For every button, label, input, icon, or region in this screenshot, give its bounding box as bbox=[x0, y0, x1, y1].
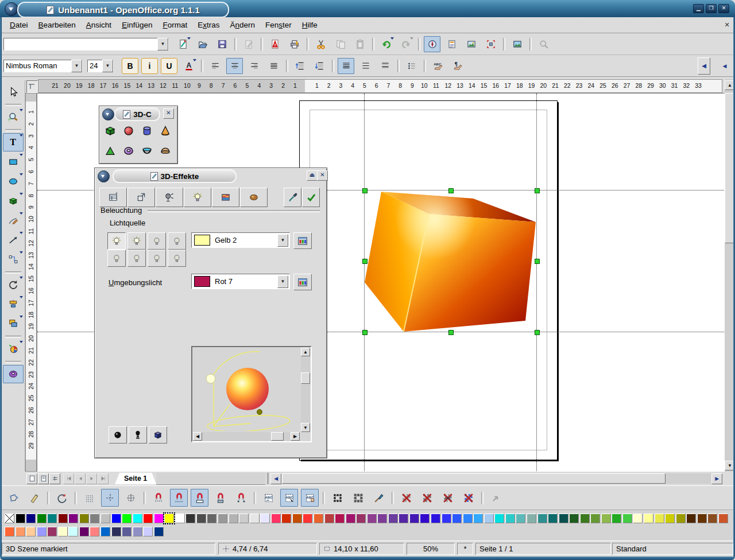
justify-button[interactable] bbox=[265, 58, 282, 74]
color-swatch-1-63[interactable] bbox=[676, 514, 686, 523]
color-swatch-1-61[interactable] bbox=[655, 514, 664, 523]
effects-rotate-button[interactable] bbox=[3, 275, 24, 294]
color-swatch-1-57[interactable] bbox=[612, 514, 621, 523]
horizontal-ruler[interactable]: 2120191817161514131211109876543211234567… bbox=[38, 79, 722, 93]
color-swatch-1-43[interactable] bbox=[463, 514, 473, 523]
color-swatch-1-26[interactable] bbox=[281, 514, 291, 523]
color-swatch-1-5[interactable] bbox=[58, 514, 68, 523]
material-button[interactable] bbox=[240, 188, 268, 207]
menu-extras[interactable]: Extras bbox=[192, 17, 225, 33]
status-size[interactable]: 14,10 x 11,60 bbox=[319, 543, 404, 555]
modify-text-button[interactable]: ABC bbox=[439, 489, 457, 507]
alignment-button[interactable] bbox=[3, 295, 24, 313]
color-swatch-2-10[interactable] bbox=[111, 527, 121, 536]
zoom-button[interactable] bbox=[482, 36, 499, 52]
light-source-6-button[interactable] bbox=[127, 250, 146, 267]
color-swatch-1-28[interactable] bbox=[303, 514, 312, 523]
3d-controller-button[interactable] bbox=[3, 365, 24, 383]
menu-hilfe[interactable]: Hilfe bbox=[297, 17, 323, 33]
color-swatch-1-30[interactable] bbox=[324, 514, 334, 523]
status-style[interactable]: Standard bbox=[612, 543, 733, 555]
preview-cube-button[interactable] bbox=[149, 426, 167, 444]
status-position[interactable]: 4,74 / 6,74 bbox=[218, 543, 317, 555]
color-swatch-1-20[interactable] bbox=[218, 514, 227, 523]
page-tab-seite-1[interactable]: Seite 1 bbox=[115, 473, 156, 484]
print-file-button[interactable] bbox=[286, 36, 303, 52]
light-source-8-button[interactable] bbox=[168, 250, 186, 267]
rotation-mode-button[interactable] bbox=[53, 489, 71, 507]
color-swatch-1-19[interactable] bbox=[207, 514, 216, 523]
selection-handle[interactable] bbox=[535, 259, 540, 264]
horizontal-scroll-thumb[interactable] bbox=[282, 473, 666, 484]
vertical-ruler[interactable]: 1234567891011121314151617181920212223242… bbox=[25, 93, 37, 472]
color-swatch-2-7[interactable] bbox=[79, 527, 89, 536]
create-with-attributes-button[interactable] bbox=[370, 489, 388, 507]
menu-ansicht[interactable]: Ansicht bbox=[81, 17, 117, 33]
color-swatch-1-48[interactable] bbox=[516, 514, 525, 523]
snap-to-object-points-button[interactable] bbox=[232, 489, 250, 507]
color-swatch-1-54[interactable] bbox=[580, 514, 590, 523]
character-dialog-button[interactable]: ABC bbox=[430, 58, 446, 74]
color-swatch-1-55[interactable] bbox=[590, 514, 600, 523]
color-swatch-1-21[interactable] bbox=[229, 514, 238, 523]
color-swatch-2-8[interactable] bbox=[90, 527, 99, 536]
color-swatch-1-47[interactable] bbox=[505, 514, 515, 523]
color-swatch-1-33[interactable] bbox=[356, 514, 366, 523]
rectangle-tool-button[interactable] bbox=[3, 153, 24, 171]
color-swatch-1-35[interactable] bbox=[377, 514, 387, 523]
minimize-button[interactable]: ▁ bbox=[693, 4, 704, 13]
scroll-right-icon[interactable]: ▶ bbox=[711, 473, 722, 484]
preview-lamp-button[interactable] bbox=[129, 426, 147, 444]
toolbar-scroll-left-button[interactable]: ◀ bbox=[698, 57, 710, 75]
stylist-button[interactable] bbox=[443, 36, 460, 52]
3d-pyramid-button[interactable] bbox=[101, 141, 119, 161]
light-source-5-button[interactable] bbox=[107, 250, 126, 267]
zoom-tool-button[interactable] bbox=[3, 108, 24, 126]
ruler-origin-box[interactable] bbox=[26, 80, 38, 93]
ambient-color-dropdown-icon[interactable]: ▼ bbox=[277, 275, 288, 288]
toolbar-edge-arrow-icon[interactable]: ◀ bbox=[719, 57, 730, 75]
color-swatch-2-6[interactable] bbox=[68, 527, 78, 536]
first-page-icon[interactable] bbox=[63, 473, 74, 484]
apply-button[interactable] bbox=[302, 188, 320, 207]
light-color-dropdown-icon[interactable]: ▼ bbox=[277, 234, 288, 247]
navigator-button[interactable] bbox=[424, 36, 440, 52]
color-swatch-1-45[interactable] bbox=[484, 514, 494, 523]
dialog-menu-button[interactable] bbox=[98, 170, 110, 182]
illumination-button[interactable] bbox=[184, 188, 211, 207]
ambient-color-dialog-button[interactable] bbox=[293, 274, 312, 290]
color-swatch-1-58[interactable] bbox=[622, 514, 632, 523]
color-swatch-2-12[interactable] bbox=[133, 527, 142, 536]
color-swatch-2-11[interactable] bbox=[122, 527, 131, 536]
connector-tool-button[interactable] bbox=[3, 250, 24, 269]
maximize-button[interactable]: ❐ bbox=[706, 4, 717, 13]
color-swatch-1-59[interactable] bbox=[633, 514, 643, 523]
selection-handle[interactable] bbox=[362, 259, 368, 264]
modify-position-button[interactable] bbox=[397, 489, 415, 507]
tab-splitter[interactable] bbox=[267, 473, 269, 484]
color-swatch-2-5[interactable] bbox=[58, 527, 68, 536]
selection-handle[interactable] bbox=[448, 330, 454, 335]
export-pdf-button[interactable] bbox=[266, 36, 283, 52]
favorites-button[interactable] bbox=[99, 188, 127, 207]
show-snap-lines-button[interactable] bbox=[101, 489, 119, 507]
assign-pipette-button[interactable] bbox=[284, 188, 301, 207]
arrange-button[interactable] bbox=[3, 314, 24, 333]
color-swatch-1-25[interactable] bbox=[271, 514, 281, 523]
color-swatch-1-41[interactable] bbox=[442, 514, 451, 523]
color-swatch-1-27[interactable] bbox=[292, 514, 302, 523]
show-grid-button[interactable] bbox=[80, 489, 98, 507]
dialog-rollup-icon[interactable]: ⏏ bbox=[307, 170, 318, 181]
increase-spacing-button[interactable] bbox=[292, 58, 308, 74]
paste-button[interactable] bbox=[351, 36, 368, 52]
color-swatch-1-18[interactable] bbox=[196, 514, 206, 523]
color-swatch-1-14[interactable] bbox=[154, 514, 164, 523]
3d-shell-button[interactable] bbox=[138, 141, 156, 161]
color-swatch-1-46[interactable] bbox=[494, 514, 504, 523]
color-swatch-1-24[interactable] bbox=[260, 514, 270, 523]
color-swatch-1-16[interactable] bbox=[175, 514, 185, 523]
view-drawing-icon[interactable] bbox=[26, 473, 37, 484]
light-source-3-button[interactable] bbox=[148, 232, 166, 250]
light-source-2-button[interactable] bbox=[127, 232, 146, 250]
light-source-7-button[interactable] bbox=[148, 250, 166, 267]
